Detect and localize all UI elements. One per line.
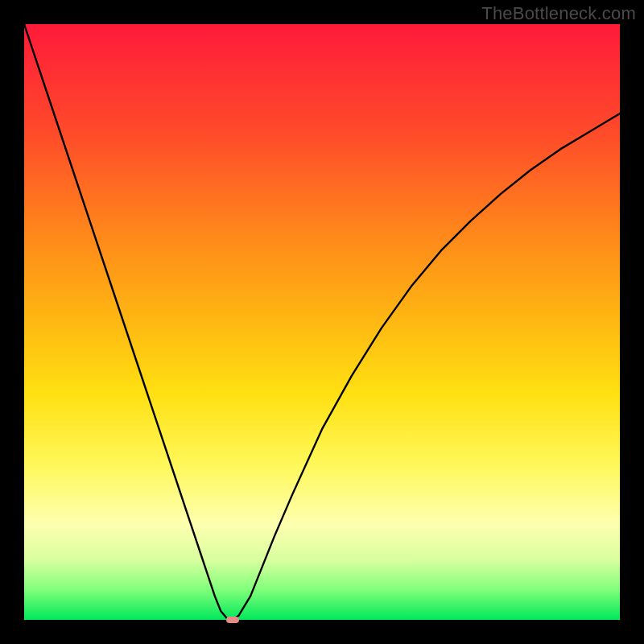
plot-area	[24, 24, 620, 620]
watermark-text: TheBottleneck.com	[481, 3, 636, 24]
chart-frame: TheBottleneck.com	[0, 0, 644, 644]
curve-svg	[24, 24, 620, 620]
optimal-marker	[226, 617, 239, 623]
bottleneck-curve	[24, 24, 620, 620]
